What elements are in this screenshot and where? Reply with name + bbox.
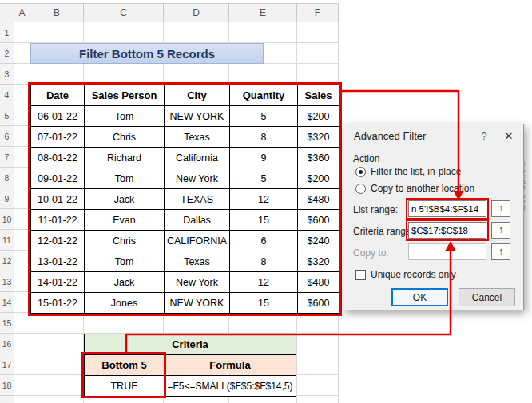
table-cell[interactable]: 9 bbox=[230, 148, 298, 168]
table-cell[interactable]: 12 bbox=[230, 189, 298, 210]
table-cell[interactable]: $360 bbox=[298, 148, 339, 168]
table-cell[interactable]: Texas bbox=[165, 127, 230, 148]
table-cell[interactable]: 07-01-22 bbox=[31, 127, 85, 148]
table-cell[interactable]: Tom bbox=[85, 251, 165, 272]
close-icon[interactable]: ✕ bbox=[496, 124, 522, 148]
table-cell[interactable]: Evan bbox=[85, 210, 165, 231]
criteria-title-cell[interactable]: Criteria bbox=[85, 334, 296, 355]
row-header[interactable]: 10 bbox=[0, 209, 14, 230]
table-cell[interactable]: $200 bbox=[298, 106, 339, 127]
row-header[interactable]: 1 bbox=[0, 22, 14, 43]
table-cell[interactable]: 5 bbox=[230, 168, 298, 189]
table-header-cell[interactable]: Sales Person bbox=[85, 85, 165, 106]
table-cell[interactable]: NEW YORK bbox=[165, 293, 230, 314]
select-all-corner[interactable] bbox=[0, 4, 14, 22]
table-cell[interactable]: 12-01-22 bbox=[31, 231, 85, 251]
row-header[interactable]: 18 bbox=[0, 375, 14, 396]
criteria-value-cell[interactable]: TRUE bbox=[85, 376, 165, 397]
column-header[interactable]: E bbox=[229, 4, 297, 22]
unique-records-checkbox-row[interactable]: Unique records only bbox=[355, 269, 456, 280]
table-cell[interactable]: Jones bbox=[85, 293, 165, 314]
row-header[interactable]: 7 bbox=[0, 147, 14, 168]
radio-filter-in-place[interactable]: Filter the list, in-place bbox=[355, 166, 461, 177]
table-cell[interactable]: CALIFORNIA bbox=[165, 231, 230, 251]
table-cell[interactable]: 11-01-22 bbox=[31, 210, 85, 231]
table-cell[interactable]: Richard bbox=[85, 148, 165, 168]
row-header[interactable]: 12 bbox=[0, 251, 14, 271]
row-header[interactable]: 17 bbox=[0, 354, 14, 375]
table-header-cell[interactable]: Date bbox=[31, 85, 85, 106]
table-cell[interactable]: Jack bbox=[85, 272, 165, 293]
table-cell[interactable]: California bbox=[165, 148, 230, 168]
table-cell[interactable]: Chris bbox=[85, 127, 165, 148]
table-cell[interactable]: 6 bbox=[230, 231, 298, 251]
column-header[interactable]: C bbox=[84, 4, 164, 22]
criteria-header-cell[interactable]: Formula bbox=[165, 355, 296, 376]
column-header[interactable]: B bbox=[30, 4, 84, 22]
table-cell[interactable]: 06-01-22 bbox=[31, 106, 85, 127]
table-cell[interactable]: $480 bbox=[298, 189, 339, 210]
table-cell[interactable]: Tom bbox=[85, 106, 165, 127]
row-header[interactable]: 8 bbox=[0, 168, 14, 188]
table-cell[interactable]: 09-01-22 bbox=[31, 168, 85, 189]
row-header[interactable]: 16 bbox=[0, 334, 14, 354]
table-cell[interactable]: Texas bbox=[165, 251, 230, 272]
row-header[interactable]: 11 bbox=[0, 230, 14, 251]
criteria-formula-cell[interactable]: =F5<=SMALL($F$5:$F$14,5) bbox=[165, 376, 296, 397]
radio-selected-icon[interactable] bbox=[355, 167, 366, 177]
row-header[interactable]: 4 bbox=[0, 85, 14, 105]
copy-to-input[interactable] bbox=[408, 243, 486, 260]
table-cell[interactable]: $240 bbox=[298, 231, 339, 251]
table-cell[interactable]: 10-01-22 bbox=[31, 189, 85, 210]
table-cell[interactable]: Chris bbox=[85, 231, 165, 251]
row-header[interactable]: 6 bbox=[0, 126, 14, 147]
table-cell[interactable]: Dallas bbox=[165, 210, 230, 231]
row-header[interactable]: 15 bbox=[0, 313, 14, 334]
list-range-input[interactable] bbox=[408, 200, 486, 217]
table-header-cell[interactable]: City bbox=[165, 85, 230, 106]
criteria-header-cell[interactable]: Bottom 5 bbox=[85, 355, 165, 376]
row-header[interactable]: 5 bbox=[0, 105, 14, 126]
table-cell[interactable]: NEW YORK bbox=[165, 106, 230, 127]
table-cell[interactable]: 12 bbox=[230, 272, 298, 293]
table-cell[interactable]: 5 bbox=[230, 106, 298, 127]
row-header[interactable]: 9 bbox=[0, 188, 14, 209]
table-cell[interactable]: 8 bbox=[230, 127, 298, 148]
table-cell[interactable]: TEXAS bbox=[165, 189, 230, 210]
collapse-dialog-icon[interactable]: ↑ bbox=[491, 200, 510, 217]
table-cell[interactable]: $600 bbox=[298, 210, 339, 231]
table-cell[interactable]: New York bbox=[165, 168, 230, 189]
table-cell[interactable]: 8 bbox=[230, 251, 298, 272]
row-header[interactable]: 13 bbox=[0, 271, 14, 292]
ok-button[interactable]: OK bbox=[391, 288, 448, 306]
table-cell[interactable]: 08-01-22 bbox=[31, 148, 85, 168]
table-cell[interactable]: $480 bbox=[298, 272, 339, 293]
table-cell[interactable]: $200 bbox=[298, 168, 339, 189]
table-cell[interactable]: New York bbox=[165, 272, 230, 293]
help-icon[interactable]: ? bbox=[472, 124, 496, 148]
radio-unselected-icon[interactable] bbox=[355, 184, 366, 194]
table-cell[interactable]: $600 bbox=[298, 293, 339, 314]
table-cell[interactable]: 15-01-22 bbox=[31, 293, 85, 314]
table-cell[interactable]: $320 bbox=[298, 251, 339, 272]
row-header[interactable]: 3 bbox=[0, 64, 14, 85]
sheet-title-cell[interactable]: Filter Bottom 5 Records bbox=[30, 43, 264, 64]
cancel-button[interactable]: Cancel bbox=[459, 288, 515, 306]
row-header[interactable]: 2 bbox=[0, 43, 14, 64]
table-cell[interactable]: 14-01-22 bbox=[31, 272, 85, 293]
table-cell[interactable]: 13-01-22 bbox=[31, 251, 85, 272]
table-cell[interactable]: $320 bbox=[298, 127, 339, 148]
column-header[interactable]: D bbox=[164, 4, 229, 22]
table-cell[interactable]: Jack bbox=[85, 189, 165, 210]
table-cell[interactable]: Tom bbox=[85, 168, 165, 189]
table-header-cell[interactable]: Quantity bbox=[230, 85, 298, 106]
collapse-dialog-icon[interactable]: ↑ bbox=[491, 222, 510, 239]
table-cell[interactable]: 15 bbox=[230, 210, 298, 231]
radio-copy-to-location[interactable]: Copy to another location bbox=[355, 183, 474, 194]
table-header-cell[interactable]: Sales bbox=[298, 85, 339, 106]
collapse-dialog-icon[interactable]: ↑ bbox=[491, 243, 510, 260]
checkbox-icon[interactable] bbox=[355, 270, 366, 280]
table-cell[interactable]: 15 bbox=[230, 293, 298, 314]
criteria-range-input[interactable] bbox=[408, 222, 486, 239]
column-header[interactable]: F bbox=[297, 4, 339, 22]
